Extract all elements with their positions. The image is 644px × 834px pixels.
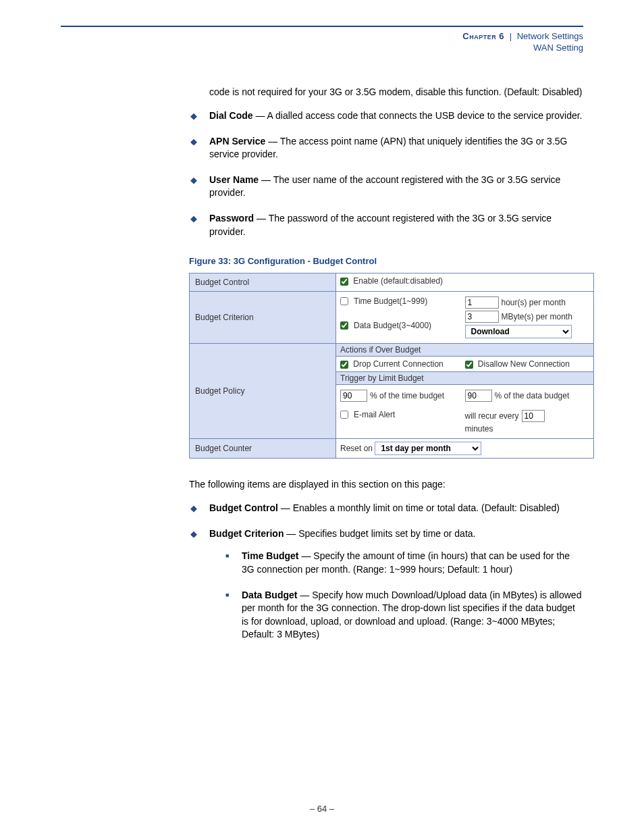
disallow-connection-label: Disallow New Connection [478,359,570,369]
email-alert-label: E-mail Alert [354,410,395,419]
time-pct-input[interactable] [340,390,367,402]
chapter-label: Chapter 6 [462,31,504,41]
recur-prefix: will recur every [465,411,519,421]
budget-policy-row-label: Budget Policy [190,344,336,439]
email-alert-checkbox[interactable] [340,411,348,419]
figure-33: Budget Control Enable (default:disabled)… [189,273,583,459]
bullet-budget-control: Budget Control — Enables a monthly limit… [190,502,583,515]
drop-connection-checkbox[interactable] [340,361,348,369]
bullet-dial-code: Dial Code — A dialled access code that c… [190,109,583,123]
reset-prefix: Reset on [340,444,373,453]
data-budget-unit: MByte(s) per month [502,312,572,321]
figure-caption: Figure 33: 3G Configuration - Budget Con… [189,256,583,266]
drop-connection-label: Drop Current Connection [353,359,443,369]
time-budget-unit: hour(s) per month [502,298,566,307]
sub-bullet-data-budget: Data Budget — Specify how much Download/… [225,589,583,642]
bullet-budget-criterion: Budget Criterion — Specifies budget limi… [190,527,583,642]
data-budget-select[interactable]: Download [465,325,572,338]
time-budget-checkbox[interactable] [340,297,348,305]
budget-control-row-label: Budget Control [190,273,336,292]
data-budget-checkbox[interactable] [340,321,348,330]
budget-criterion-row-label: Budget Criterion [190,292,336,344]
data-pct-input[interactable] [465,390,492,402]
data-pct-label: % of the data budget [495,391,570,400]
section-subtitle: WAN Setting [61,43,583,53]
recur-input[interactable] [522,410,545,422]
time-budget-input[interactable] [465,296,499,309]
bullet-apn-service: APN Service — The access point name (APN… [190,135,583,161]
intro-paragraph: code is not required for your 3G or 3.5G… [209,86,583,97]
enable-checkbox[interactable] [340,278,348,286]
page-number: – 64 – [0,804,644,814]
following-paragraph: The following items are displayed in thi… [189,479,583,490]
data-budget-label: Data Budget(3~4000) [354,321,431,330]
data-budget-input[interactable] [465,311,499,323]
sub-bullet-time-budget: Time Budget — Specify the amount of time… [225,550,583,576]
header-sep: | [510,31,512,41]
time-pct-label: % of the time budget [370,391,444,400]
time-budget-label: Time Budget(1~999) [354,296,427,306]
disallow-connection-checkbox[interactable] [465,361,473,369]
enable-checkbox-label[interactable]: Enable (default:disabled) [340,276,443,286]
bullet-user-name: User Name — The user name of the account… [190,174,583,200]
budget-counter-row-label: Budget Counter [190,439,336,459]
actions-header: Actions if Over Budget [336,344,593,357]
recur-suffix: minutes [465,424,493,434]
section-title: Network Settings [517,31,583,41]
page-header: Chapter 6 | Network Settings WAN Setting [61,26,583,53]
bullet-password: Password — The password of the account r… [190,212,583,238]
reset-select[interactable]: 1st day per month [375,442,481,455]
trigger-header: Trigger by Limit Budget [336,371,593,385]
